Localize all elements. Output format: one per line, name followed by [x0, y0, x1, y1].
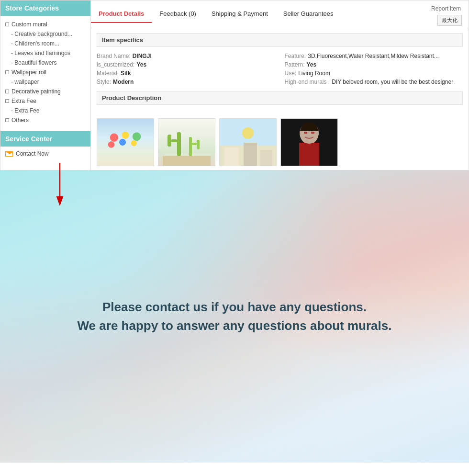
svg-rect-13 — [260, 150, 272, 166]
sidebar-item-custom-mural[interactable]: Custom mural — [0, 20, 90, 29]
spec-highmurals-value: DIY beloved room, you will be the best d… — [332, 79, 453, 85]
tab-feedback[interactable]: Feedback (0) — [152, 5, 204, 23]
spec-feature-value: 3D,Fluorescent,Water Resistant,Mildew Re… — [308, 53, 439, 59]
contact-now-item[interactable]: Contact Now — [0, 147, 90, 161]
category-child-label: Creative background... — [14, 31, 72, 37]
spec-row-brand: Brand Name: DINGJI — [97, 52, 275, 60]
category-child-label: Leaves and flamingos — [14, 50, 70, 57]
svg-rect-6 — [192, 143, 197, 145]
product-thumb-4[interactable] — [280, 118, 338, 166]
spec-style-label: Style: — [97, 79, 111, 85]
expand-icon — [5, 99, 9, 103]
cacti-svg — [163, 123, 211, 166]
thumbnail-balloon-image — [97, 119, 154, 166]
category-label: Custom mural — [11, 21, 47, 28]
product-thumb-1[interactable] — [97, 118, 154, 166]
item-specifics-title: Item specifics — [97, 33, 463, 47]
spec-highmurals-label: High-end murals : — [285, 79, 330, 85]
tabs-bar: Product Details Feedback (0) Shipping & … — [91, 0, 469, 28]
spec-pattern-label: Pattern: — [285, 61, 305, 68]
svg-rect-2 — [177, 132, 181, 156]
sidebar-item-flowers[interactable]: Beautiful flowers — [0, 58, 90, 68]
spec-col-left: Brand Name: DINGJI is_customized: Yes Ma… — [97, 52, 275, 86]
sidebar-item-creative[interactable]: Creative background... — [0, 29, 90, 39]
spec-row-style: Style: Modern — [97, 78, 275, 86]
spec-row-feature: Feature: 3D,Fluorescent,Water Resistant,… — [285, 52, 463, 60]
main-content: Product Details Feedback (0) Shipping & … — [91, 0, 469, 170]
spec-brand-label: Brand Name: — [97, 53, 131, 59]
svg-point-14 — [242, 127, 254, 139]
maximize-button[interactable]: 最大化 — [437, 15, 462, 26]
banner-text: Please contact us if you have any questi… — [78, 298, 392, 335]
spec-col-right: Feature: 3D,Fluorescent,Water Resistant,… — [285, 52, 463, 86]
spec-brand-value: DINGJI — [133, 53, 152, 59]
spec-customized-value: Yes — [136, 61, 146, 68]
banner-line2: We are happy to answer any questions abo… — [78, 317, 392, 335]
email-icon — [5, 151, 13, 157]
bottom-banner: Please contact us if you have any questi… — [0, 170, 469, 463]
sidebar-item-decorative[interactable]: Decorative painting — [0, 87, 90, 96]
spec-feature-label: Feature: — [285, 53, 306, 59]
kids-room-svg — [220, 119, 276, 166]
svg-rect-8 — [163, 156, 211, 166]
sidebar-item-wallpaper[interactable]: wallpaper — [0, 77, 90, 87]
spec-material-label: Material: — [97, 70, 119, 77]
contact-now-label: Contact Now — [16, 150, 49, 157]
spec-row-highmurals: High-end murals : DIY beloved room, you … — [285, 78, 463, 86]
product-images-row — [91, 114, 469, 170]
tab-product-details[interactable]: Product Details — [91, 5, 152, 23]
category-label: Others — [11, 117, 29, 124]
svg-rect-3 — [171, 139, 177, 142]
sidebar-item-childrens-room[interactable]: Children's room... — [0, 39, 90, 48]
expand-icon — [5, 23, 9, 26]
store-categories-header: Store Categories — [0, 0, 90, 16]
report-item-button[interactable]: Report item — [426, 2, 466, 15]
svg-rect-11 — [224, 147, 239, 166]
category-child-label: wallpaper — [14, 79, 39, 85]
category-label: Extra Fee — [11, 98, 36, 104]
spec-material-value: Silk — [121, 70, 131, 77]
spec-row-pattern: Pattern: Yes — [285, 60, 463, 69]
svg-rect-5 — [189, 137, 192, 156]
tab-seller-guarantees[interactable]: Seller Guarantees — [276, 5, 341, 23]
expand-icon — [5, 118, 9, 122]
spec-use-value: Living Room — [298, 70, 330, 77]
banner-line1: Please contact us if you have any questi… — [78, 298, 392, 317]
category-label: Wallpaper roll — [11, 69, 46, 76]
sidebar: Store Categories Custom mural Creative b… — [0, 0, 91, 170]
category-child-label: Extra Fee — [14, 107, 39, 114]
thumbnail-cacti-image — [158, 119, 215, 166]
item-specifics-section: Item specifics Brand Name: DINGJI is_cus… — [91, 28, 469, 91]
category-child-label: Beautiful flowers — [14, 59, 56, 66]
lady-svg — [281, 119, 337, 166]
sidebar-category-list: Custom mural Creative background... Chil… — [0, 16, 90, 129]
top-section: Store Categories Custom mural Creative b… — [0, 0, 469, 170]
spec-style-value: Modern — [113, 79, 134, 85]
product-thumb-2[interactable] — [158, 118, 215, 166]
spec-row-customized: is_customized: Yes — [97, 60, 275, 69]
svg-rect-21 — [281, 119, 337, 166]
sidebar-item-others[interactable]: Others — [0, 115, 90, 125]
sidebar-item-leaves[interactable]: Leaves and flamingos — [0, 48, 90, 58]
category-label: Decorative painting — [11, 88, 61, 95]
sidebar-item-extra-fee-child[interactable]: Extra Fee — [0, 106, 90, 115]
spec-row-material: Material: Silk — [97, 69, 275, 78]
product-description-section: Product Description — [91, 91, 469, 114]
service-center-header: Service Center — [0, 131, 90, 147]
spec-customized-label: is_customized: — [97, 61, 134, 68]
product-thumb-3[interactable] — [219, 118, 277, 166]
sidebar-item-extra-fee-parent[interactable]: Extra Fee — [0, 96, 90, 106]
category-child-label: Children's room... — [14, 40, 59, 47]
specifics-grid: Brand Name: DINGJI is_customized: Yes Ma… — [97, 52, 463, 86]
spec-row-use: Use: Living Room — [285, 69, 463, 78]
svg-rect-7 — [197, 140, 200, 149]
svg-rect-4 — [168, 135, 171, 147]
svg-rect-12 — [244, 143, 257, 166]
thumbnail-kids-image — [220, 119, 276, 166]
spec-pattern-value: Yes — [307, 61, 317, 68]
tab-shipping-payment[interactable]: Shipping & Payment — [204, 5, 276, 23]
expand-icon — [5, 90, 9, 93]
product-description-title: Product Description — [97, 91, 463, 105]
thumbnail-lady-image — [281, 119, 337, 166]
sidebar-item-wallpaper-roll[interactable]: Wallpaper roll — [0, 68, 90, 77]
